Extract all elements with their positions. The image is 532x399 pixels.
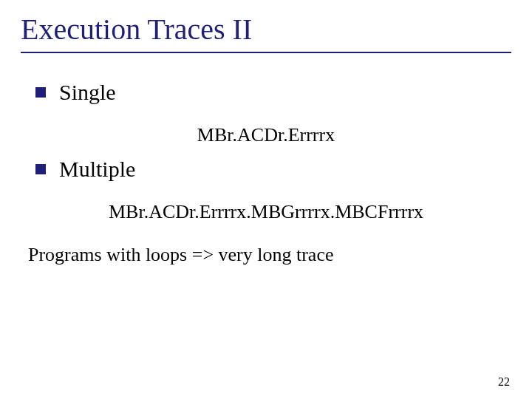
title-underline [21, 52, 511, 53]
note-text: Programs with loops => very long trace [28, 244, 333, 266]
bullet-single-label: Single [59, 80, 116, 105]
slide: Execution Traces II Single MBr.ACDr.Errr… [0, 0, 532, 399]
trace-single: MBr.ACDr.Errrrx [0, 124, 532, 146]
trace-multiple: MBr.ACDr.Errrrx.MBGrrrrx.MBCFrrrrx [0, 201, 532, 223]
page-title: Execution Traces II [21, 12, 252, 47]
bullet-multiple-label: Multiple [59, 157, 135, 182]
bullet-multiple: Multiple [35, 157, 135, 182]
square-bullet-icon [35, 87, 46, 98]
page-number: 22 [498, 375, 510, 389]
square-bullet-icon [35, 164, 46, 174]
bullet-single: Single [35, 80, 116, 105]
